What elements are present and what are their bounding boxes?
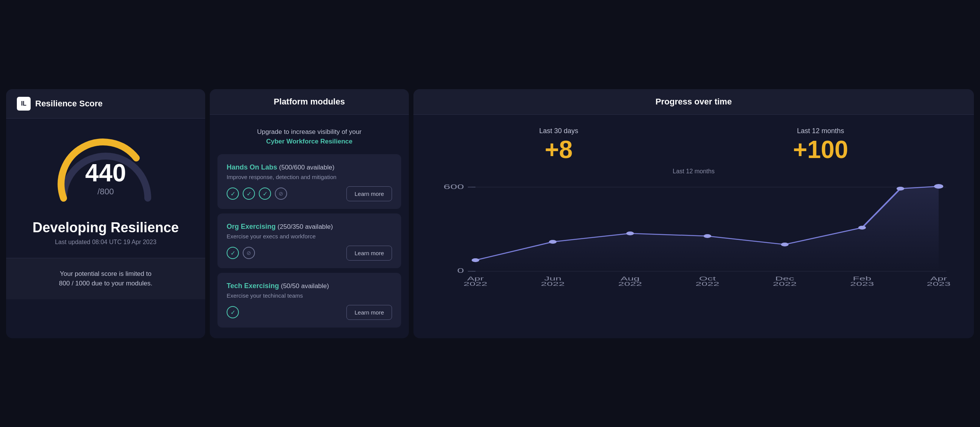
modules-list: Hands On Labs (500/600 available) Improv… <box>210 154 409 338</box>
learn-more-button-1[interactable]: Learn more <box>346 186 392 201</box>
module-hands-on-labs-footer: ✓ ✓ ✓ ⊘ Learn more <box>227 186 392 201</box>
stat-12-months: Last 12 months +100 <box>793 127 848 162</box>
resilience-score-header: IL Resilience Score <box>6 89 205 119</box>
svg-text:2022: 2022 <box>464 281 487 287</box>
module-org-exercising-title: Org Exercising (250/350 available) <box>227 223 392 231</box>
svg-text:600: 600 <box>444 183 464 190</box>
gauge-container: 440 /800 <box>52 137 159 206</box>
upgrade-section: Upgrade to increase visibility of your C… <box>210 115 409 154</box>
svg-point-7 <box>472 258 479 262</box>
progress-over-time-title: Progress over time <box>655 97 732 106</box>
module-tech-exercising-icons: ✓ <box>227 306 239 318</box>
last-updated: Last updated 08:04 UTC 19 Apr 2023 <box>55 239 156 246</box>
blocked-icon-1: ⊘ <box>275 187 287 200</box>
svg-text:2022: 2022 <box>541 281 565 287</box>
stat-30-days-label: Last 30 days <box>539 127 578 135</box>
svg-point-13 <box>897 187 904 191</box>
module-hands-on-labs-title: Hands On Labs (500/600 available) <box>227 163 392 171</box>
platform-modules-card: Platform modules Upgrade to increase vis… <box>210 89 409 338</box>
svg-text:2023: 2023 <box>927 281 951 287</box>
module-hands-on-labs: Hands On Labs (500/600 available) Improv… <box>217 154 401 209</box>
module-tech-exercising-title: Tech Exercising (50/50 available) <box>227 282 392 290</box>
module-hands-on-labs-icons: ✓ ✓ ✓ ⊘ <box>227 187 287 200</box>
module-org-exercising-footer: ✓ ⊘ Learn more <box>227 246 392 261</box>
gauge-center: 440 /800 <box>85 160 126 196</box>
check-icon-1: ✓ <box>227 187 239 200</box>
svg-point-8 <box>549 240 557 244</box>
stat-12-months-label: Last 12 months <box>793 127 848 135</box>
module-org-exercising-count: (250/350 available) <box>278 223 333 230</box>
gauge-section: 440 /800 Developing Resilience Last upda… <box>17 119 194 258</box>
module-tech-exercising-footer: ✓ Learn more <box>227 305 392 320</box>
svg-point-10 <box>704 234 711 238</box>
stat-12-months-value: +100 <box>793 137 848 162</box>
svg-point-12 <box>858 226 866 230</box>
check-icon-5: ✓ <box>227 306 239 318</box>
platform-modules-title: Platform modules <box>274 97 345 106</box>
svg-text:2023: 2023 <box>850 281 874 287</box>
resilience-label: Developing Resilience <box>33 220 179 236</box>
module-org-exercising: Org Exercising (250/350 available) Exerc… <box>217 214 401 268</box>
resilience-score-title: Resilience Score <box>35 99 103 109</box>
module-tech-exercising-desc: Exercise your techincal teams <box>227 292 392 299</box>
module-org-exercising-desc: Exercise your execs and workforce <box>227 233 392 240</box>
progress-stats: Last 30 days +8 Last 12 months +100 <box>413 115 974 168</box>
upgrade-highlight: Cyber Workforce Resilience <box>266 138 353 145</box>
svg-marker-6 <box>475 186 939 271</box>
svg-text:2022: 2022 <box>618 281 642 287</box>
progress-over-time-header: Progress over time <box>413 89 974 115</box>
module-org-exercising-icons: ✓ ⊘ <box>227 247 255 259</box>
stat-30-days-value: +8 <box>539 137 578 162</box>
check-icon-4: ✓ <box>227 247 239 259</box>
svg-point-9 <box>626 231 634 235</box>
dashboard: IL Resilience Score 440 /800 Developing … <box>0 83 980 344</box>
svg-text:0: 0 <box>457 267 464 274</box>
module-hands-on-labs-count: (500/600 available) <box>279 164 335 171</box>
platform-modules-header: Platform modules <box>210 89 409 115</box>
chart-svg: 600 0 <box>426 179 962 287</box>
module-tech-exercising-count: (50/50 available) <box>281 282 329 290</box>
check-icon-2: ✓ <box>243 187 255 200</box>
resilience-score-footer: Your potential score is limited to800 / … <box>6 258 205 299</box>
upgrade-text: Upgrade to increase visibility of your C… <box>222 127 397 147</box>
module-tech-exercising: Tech Exercising (50/50 available) Exerci… <box>217 273 401 328</box>
svg-text:2022: 2022 <box>773 281 797 287</box>
footer-text: Your potential score is limited to800 / … <box>21 269 190 288</box>
chart-wrapper: 600 0 <box>426 179 962 287</box>
svg-text:2022: 2022 <box>696 281 719 287</box>
blocked-icon-2: ⊘ <box>243 247 255 259</box>
learn-more-button-3[interactable]: Learn more <box>346 305 392 320</box>
learn-more-button-2[interactable]: Learn more <box>346 246 392 261</box>
chart-label: Last 12 months <box>426 168 962 175</box>
check-icon-3: ✓ <box>259 187 271 200</box>
resilience-score-card: IL Resilience Score 440 /800 Developing … <box>6 89 205 338</box>
svg-point-11 <box>781 243 789 246</box>
chart-section: Last 12 months 600 0 <box>413 168 974 338</box>
module-hands-on-labs-desc: Improve response, detection and mitigati… <box>227 174 392 180</box>
stat-30-days: Last 30 days +8 <box>539 127 578 162</box>
progress-over-time-card: Progress over time Last 30 days +8 Last … <box>413 89 974 338</box>
gauge-score: 440 <box>85 160 126 185</box>
gauge-max: /800 <box>85 186 126 196</box>
svg-point-14 <box>934 184 943 189</box>
logo-icon: IL <box>17 97 31 111</box>
